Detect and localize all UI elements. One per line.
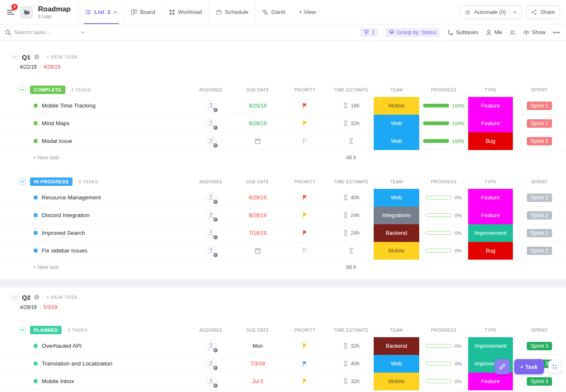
task-name[interactable]: Mind Maps [42,120,70,126]
task-status-square[interactable] [34,196,38,199]
column-header-type[interactable]: TYPE [468,83,513,97]
column-header-type[interactable]: TYPE [468,175,513,189]
task-status-square[interactable] [34,104,38,107]
due-date[interactable]: 7/3/19 [251,361,265,367]
progress-cell[interactable]: 100% [419,132,468,150]
collapse-status-chevron[interactable] [19,86,26,94]
priority-cell[interactable] [281,373,329,390]
priority-cell[interactable] [281,355,329,372]
assign-user-button[interactable]: + [205,245,217,256]
priority-cell[interactable] [281,207,329,224]
task-name[interactable]: Fix sidebar issues [42,247,87,254]
column-header-due-date[interactable]: DUE DATE [234,83,281,97]
progress-cell[interactable]: 0% [419,355,468,372]
team-cell[interactable]: Mobile [374,373,419,390]
time-estimate-cell[interactable]: 32h [329,373,374,390]
set-due-date-icon[interactable] [254,247,261,254]
status-badge[interactable]: PLANNED [30,326,62,334]
due-date[interactable]: Jul 5 [252,379,263,384]
team-cell[interactable]: Mobile [374,242,419,259]
status-badge[interactable]: IN PROGRESS [30,177,73,186]
due-date[interactable]: 7/18/19 [249,230,267,236]
column-header-assignee[interactable]: ASSIGNEE [188,175,234,189]
automate-button[interactable]: Automate (0) [460,5,522,19]
new-task-button[interactable]: + New task [33,264,59,270]
due-date[interactable]: 6/25/19 [249,103,267,109]
progress-cell[interactable]: 0% [419,207,468,224]
team-cell[interactable]: Web [374,189,419,206]
group-new-task-button[interactable]: + NEW TASK [46,54,78,59]
due-date[interactable]: Mon [253,343,263,349]
notification-badge[interactable]: 3 [11,4,18,10]
priority-cell[interactable] [281,224,329,242]
tab-board[interactable]: Board [124,0,162,24]
due-date[interactable]: 6/28/19 [249,121,267,126]
time-estimate-cell[interactable]: 32h [329,115,374,132]
type-cell[interactable]: Improvement [468,224,513,242]
task-name[interactable]: Mobile Inbox [42,378,74,384]
assign-user-button[interactable]: + [205,118,217,129]
group-start-date[interactable]: 4/22/19 [20,64,37,70]
tab-gantt[interactable]: Gantt [256,0,292,24]
info-icon[interactable] [34,54,40,60]
tab-schedule[interactable]: Schedule [209,0,256,24]
priority-cell[interactable] [281,189,329,206]
task-row[interactable]: Modal issue+Web100%BugSprint 1 [0,132,566,150]
type-cell[interactable]: Feature [468,207,513,224]
type-cell[interactable]: Feature [468,115,513,132]
column-header-progress[interactable]: PROGRESS [419,175,468,189]
time-estimate-cell[interactable]: 24h [329,207,374,224]
assign-user-button[interactable]: + [205,358,217,369]
progress-cell[interactable]: 0% [419,224,468,242]
priority-cell[interactable] [281,242,329,259]
priority-cell[interactable] [281,337,329,354]
type-cell[interactable]: Feature [468,373,513,390]
group-new-task-button[interactable]: + NEW TASK [46,295,78,300]
status-badge[interactable]: COMPLETE [30,86,65,94]
more-options-button[interactable]: ••• [553,29,560,35]
time-estimate-cell[interactable]: 32h [329,337,374,354]
column-header-team[interactable]: TEAM [374,175,419,189]
assign-user-button[interactable]: + [205,135,217,147]
task-status-square[interactable] [34,362,38,365]
assign-user-button[interactable]: + [205,227,217,239]
column-header-sprint[interactable]: SPRINT [513,83,566,97]
column-header-assignee[interactable]: ASSIGNEE [188,323,234,337]
column-header-time-estimate[interactable]: TIME ESTIMATE [329,175,374,189]
task-status-square[interactable] [34,344,38,348]
due-date-cell[interactable]: Jul 5 [234,373,281,390]
sprint-badge[interactable]: Sprint 2 [527,211,552,220]
collapse-group-chevron[interactable] [11,293,19,301]
progress-cell[interactable]: 100% [419,97,468,114]
due-date-cell[interactable]: 6/28/19 [234,189,281,206]
team-cell[interactable]: Mobile [374,97,419,114]
progress-cell[interactable]: 0% [419,373,468,390]
task-row[interactable]: Improved Search+7/18/1924hBackend0%Impro… [0,224,566,242]
task-status-square[interactable] [34,139,38,143]
sprint-badge[interactable]: Sprint 3 [527,342,552,350]
share-button[interactable]: Share [526,5,560,19]
assign-user-button[interactable]: + [205,376,217,387]
time-estimate-cell[interactable]: 40h [329,189,374,206]
due-date[interactable]: 6/28/19 [249,195,267,201]
task-name[interactable]: Discord Integration [42,212,89,218]
time-estimate-cell[interactable]: 40h [329,355,374,372]
column-header-progress[interactable]: PROGRESS [419,83,468,97]
app-grid-button[interactable] [548,360,561,373]
add-task-button[interactable]: + Task [514,359,544,374]
type-cell[interactable]: Feature [468,97,513,114]
type-cell[interactable]: Improvement [468,337,513,354]
task-row[interactable]: Mind Maps+6/28/1932hWeb100%FeatureSprint… [0,115,566,132]
due-date-cell[interactable]: 6/25/19 [234,97,281,114]
tab-workload[interactable]: Workload [162,0,209,24]
due-date-cell[interactable]: 6/28/19 [234,115,281,132]
team-cell[interactable]: Web [374,115,419,132]
assign-user-button[interactable]: + [205,100,217,111]
team-cell[interactable]: Backend [374,224,419,242]
task-name[interactable]: Translation and Localization [42,360,113,367]
assign-user-button[interactable]: + [205,340,217,352]
type-cell[interactable]: Bug [468,132,513,150]
folder-icon[interactable] [20,6,33,19]
task-status-square[interactable] [34,121,38,125]
group-start-date[interactable]: 4/29/19 [20,304,37,310]
